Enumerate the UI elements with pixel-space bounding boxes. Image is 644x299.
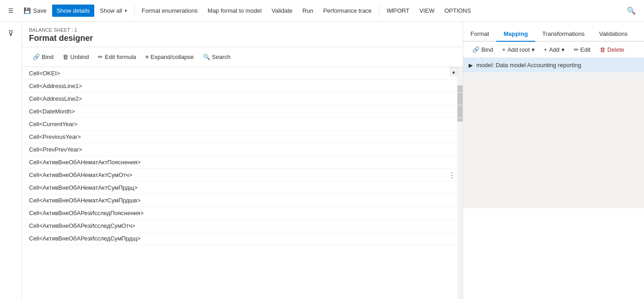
unbind-icon: 🗑 bbox=[63, 54, 68, 60]
content-toolbar: 🔗 Bind 🗑 Unbind ✏ Edit formula ≡ Expand/… bbox=[22, 47, 463, 67]
toolbar-search-icon: 🔍 bbox=[627, 6, 636, 15]
show-details-button[interactable]: Show details bbox=[52, 5, 95, 17]
right-panel-toolbar: 🔗 Bind + Add root ▾ + Add ▾ ✏ Edit 🗑 Del… bbox=[463, 42, 644, 58]
model-tree-empty-area bbox=[463, 72, 644, 208]
menu-button[interactable]: ☰ bbox=[4, 5, 18, 17]
page-title: Format designer bbox=[29, 34, 455, 43]
list-item-container-2: Cell<AddressLine2> bbox=[22, 93, 463, 105]
list-item-container-6: Cell<PrevPrevYear> bbox=[22, 143, 463, 156]
expand-collapse-icon: ≡ bbox=[145, 54, 149, 60]
model-tree: ▶ model: Data model Accounting reporting bbox=[463, 58, 644, 299]
tab-format[interactable]: Format bbox=[463, 27, 496, 42]
scroll-up-button[interactable]: ▲ bbox=[450, 67, 457, 76]
list-item[interactable]: Cell<АктивВнеОбАНематАктПояснения> bbox=[22, 156, 463, 169]
list-item[interactable]: Cell<DateMonth> bbox=[22, 105, 463, 118]
list-item[interactable]: Cell<OKEI> bbox=[22, 67, 463, 80]
model-tree-label: model: Data model Accounting reporting bbox=[476, 62, 581, 69]
list-item-container-13: Cell<АктивВнеОбАРезИсследСумПрдщ> bbox=[22, 232, 463, 245]
tree-expand-icon[interactable]: ▶ bbox=[469, 62, 473, 69]
list-item[interactable]: Cell<AddressLine1> bbox=[22, 80, 463, 93]
performance-trace-button[interactable]: Performance trace bbox=[319, 5, 376, 17]
center-content: BALANCE SHEET : 1 Format designer 🔗 Bind… bbox=[22, 22, 463, 299]
left-sidebar: ⊽ bbox=[0, 22, 22, 299]
filter-icon[interactable]: ⊽ bbox=[5, 25, 17, 41]
list-item-container-1: Cell<AddressLine1> bbox=[22, 80, 463, 93]
list-item[interactable]: Cell<АктивВнеОбАРезИсследСумОтч> bbox=[22, 220, 463, 232]
add-plus-icon: + bbox=[544, 46, 547, 53]
unbind-button[interactable]: 🗑 Unbind bbox=[59, 52, 92, 62]
search-icon: 🔍 bbox=[203, 54, 210, 60]
list-item[interactable]: Cell<АктивВнеОбАРезИсследСумПрдщ> bbox=[22, 232, 463, 245]
edit-pencil-icon: ✏ bbox=[574, 46, 579, 53]
save-button[interactable]: 💾 Save bbox=[19, 5, 51, 17]
right-link-icon: 🔗 bbox=[472, 46, 479, 53]
main-toolbar: ☰ 💾 Save Show details Show all ▾ Format … bbox=[0, 0, 644, 22]
delete-button[interactable]: 🗑 Delete bbox=[596, 44, 628, 55]
edit-formula-icon: ✏ bbox=[98, 54, 103, 60]
list-item[interactable]: Cell<АктивВнеОбАНематАктСумПрдшв> bbox=[22, 194, 463, 207]
list-item[interactable]: Cell<АктивВнеОбАНематАктСумПрдщ> bbox=[22, 181, 463, 194]
add-root-chevron: ▾ bbox=[532, 46, 535, 53]
list-item-container-5: Cell<PreviousYear> bbox=[22, 131, 463, 143]
page-header: BALANCE SHEET : 1 Format designer bbox=[22, 22, 463, 47]
bind-button[interactable]: 🔗 Bind bbox=[29, 52, 57, 62]
separator-2 bbox=[379, 5, 379, 16]
list-item[interactable]: Cell<CurrentYear> bbox=[22, 118, 463, 131]
add-root-button[interactable]: + Add root ▾ bbox=[499, 44, 538, 55]
list-item[interactable]: Cell<PreviousYear> bbox=[22, 131, 463, 143]
main-container: ⊽ BALANCE SHEET : 1 Format designer 🔗 Bi… bbox=[0, 22, 644, 299]
add-chevron: ▾ bbox=[562, 46, 565, 53]
right-panel-tabs: Format Mapping Transformations Validatio… bbox=[463, 22, 644, 42]
tab-transformations[interactable]: Transformations bbox=[535, 27, 592, 42]
list-item[interactable]: Cell<AddressLine2> bbox=[22, 93, 463, 105]
right-panel: Format Mapping Transformations Validatio… bbox=[463, 22, 644, 299]
breadcrumb: BALANCE SHEET : 1 bbox=[29, 27, 455, 33]
list-area: ▲ Cell<OKEI> Cell<AddressLine1> Cell<Add… bbox=[22, 67, 463, 299]
map-format-to-model-button[interactable]: Map format to model bbox=[203, 5, 266, 17]
edit-button[interactable]: ✏ Edit bbox=[570, 44, 594, 55]
list-item-container-12: Cell<АктивВнеОбАРезИсследСумОтч> bbox=[22, 220, 463, 232]
toolbar-search-button[interactable]: 🔍 bbox=[622, 4, 640, 18]
menu-icon: ☰ bbox=[8, 7, 14, 14]
list-item-container-0: Cell<OKEI> bbox=[22, 67, 463, 80]
validate-button[interactable]: Validate bbox=[267, 5, 297, 17]
edit-formula-button[interactable]: ✏ Edit formula bbox=[94, 52, 140, 62]
list-item-container-7: Cell<АктивВнеОбАНематАктПояснения> bbox=[22, 156, 463, 169]
list-item[interactable]: Cell<АктивВнеОбАРезИсследПояснения> bbox=[22, 207, 463, 220]
delete-trash-icon: 🗑 bbox=[600, 46, 605, 53]
context-menu-dots[interactable]: ⋮ bbox=[448, 171, 455, 180]
list-item-container-3: Cell<DateMonth> bbox=[22, 105, 463, 118]
list-item[interactable]: Cell<АктивВнеОбАНематАктСумОтч> bbox=[22, 169, 463, 181]
import-button[interactable]: IMPORT bbox=[382, 5, 414, 17]
options-button[interactable]: OPTIONS bbox=[440, 5, 476, 17]
list-item-container-10: Cell<АктивВнеОбАНематАктСумПрдшв> bbox=[22, 194, 463, 207]
expand-collapse-button[interactable]: ≡ Expand/collapse bbox=[142, 52, 198, 62]
save-icon: 💾 bbox=[24, 7, 31, 14]
view-button[interactable]: VIEW bbox=[415, 5, 439, 17]
tab-validations[interactable]: Validations bbox=[592, 27, 635, 42]
show-all-chevron: ▾ bbox=[125, 8, 127, 13]
model-tree-item[interactable]: ▶ model: Data model Accounting reporting bbox=[463, 58, 644, 72]
add-button[interactable]: + Add ▾ bbox=[540, 44, 568, 55]
list-item-container-8: Cell<АктивВнеОбАНематАктСумОтч> ⋮ bbox=[22, 169, 463, 181]
run-button[interactable]: Run bbox=[298, 5, 318, 17]
right-bind-button[interactable]: 🔗 Bind bbox=[469, 44, 497, 55]
list-item-container-11: Cell<АктивВнеОбАРезИсследПояснения> bbox=[22, 207, 463, 220]
add-root-plus-icon: + bbox=[502, 46, 506, 53]
list-item-container-9: Cell<АктивВнеОбАНематАктСумПрдщ> bbox=[22, 181, 463, 194]
separator-1 bbox=[134, 5, 135, 16]
tab-mapping[interactable]: Mapping bbox=[496, 27, 535, 42]
search-button[interactable]: 🔍 Search bbox=[199, 52, 234, 62]
list-item[interactable]: Cell<PrevPrevYear> bbox=[22, 143, 463, 156]
show-all-button[interactable]: Show all ▾ bbox=[95, 5, 131, 17]
link-icon: 🔗 bbox=[33, 54, 40, 60]
format-enumerations-button[interactable]: Format enumerations bbox=[137, 5, 203, 17]
list-item-container-4: Cell<CurrentYear> bbox=[22, 118, 463, 131]
